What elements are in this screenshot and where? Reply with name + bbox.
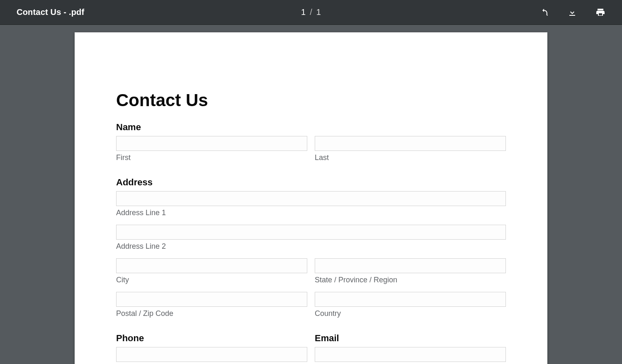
download-icon[interactable]: [566, 7, 578, 18]
page-separator: /: [310, 7, 312, 17]
page-total: 1: [316, 7, 321, 17]
document-title: Contact Us - .pdf: [17, 7, 84, 17]
last-name-input[interactable]: [315, 136, 506, 151]
sublabel-country: Country: [315, 309, 506, 318]
label-phone: Phone: [116, 333, 307, 344]
label-address: Address: [116, 177, 506, 188]
state-input[interactable]: [315, 258, 506, 273]
address-line1-input[interactable]: [116, 191, 506, 206]
sublabel-city: City: [116, 276, 307, 284]
first-name-input[interactable]: [116, 136, 307, 151]
pdf-page: Contact Us Name First Last Address Addre…: [75, 32, 547, 364]
rotate-icon[interactable]: [538, 7, 550, 18]
email-input[interactable]: [315, 347, 506, 362]
sublabel-first: First: [116, 153, 307, 162]
sublabel-last: Last: [315, 153, 506, 162]
city-input[interactable]: [116, 258, 307, 273]
address-line2-input[interactable]: [116, 225, 506, 240]
sublabel-postal: Postal / Zip Code: [116, 309, 307, 318]
sublabel-address2: Address Line 2: [116, 242, 506, 251]
country-input[interactable]: [315, 292, 506, 307]
pdf-toolbar: Contact Us - .pdf 1 / 1: [0, 0, 622, 25]
print-icon[interactable]: [595, 7, 606, 18]
page-indicator: 1 / 1: [301, 7, 321, 17]
label-email: Email: [315, 333, 506, 344]
page-current: 1: [301, 7, 306, 17]
toolbar-actions: [538, 7, 606, 18]
page-heading: Contact Us: [116, 90, 506, 110]
label-name: Name: [116, 122, 506, 133]
svg-point-0: [547, 15, 548, 16]
postal-input[interactable]: [116, 292, 307, 307]
sublabel-state: State / Province / Region: [315, 276, 506, 284]
sublabel-address1: Address Line 1: [116, 209, 506, 217]
phone-input[interactable]: [116, 347, 307, 362]
pdf-viewport[interactable]: Contact Us Name First Last Address Addre…: [0, 25, 622, 364]
